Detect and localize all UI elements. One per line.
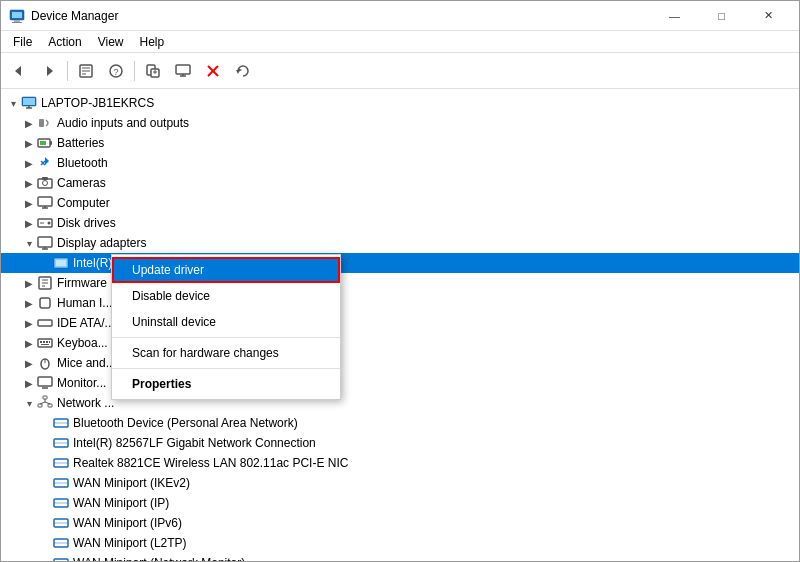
delete-button[interactable] <box>199 57 227 85</box>
update-button[interactable]: ? <box>102 57 130 85</box>
maximize-button[interactable]: □ <box>699 1 744 31</box>
tree-batteries[interactable]: ▶ Batteries <box>1 133 799 153</box>
ctx-scan-changes[interactable]: Scan for hardware changes <box>112 340 340 366</box>
svg-line-65 <box>40 402 45 404</box>
expand-root-arrow[interactable]: ▾ <box>5 95 21 111</box>
tree-wan-ip[interactable]: WAN Miniport (IP) <box>1 493 799 513</box>
computer-icon <box>175 63 191 79</box>
ctx-separator-2 <box>112 368 340 369</box>
batteries-icon <box>37 135 53 151</box>
expand-firmware-arrow[interactable]: ▶ <box>21 275 37 291</box>
expand-network-arrow[interactable]: ▾ <box>21 395 37 411</box>
menu-help[interactable]: Help <box>132 33 173 51</box>
expand-display-arrow[interactable]: ▾ <box>21 235 37 251</box>
expand-audio-arrow[interactable]: ▶ <box>21 115 37 131</box>
tree-root[interactable]: ▾ LAPTOP-JB1EKRCS <box>1 93 799 113</box>
expand-diskdrives-arrow[interactable]: ▶ <box>21 215 37 231</box>
tree-audio[interactable]: ▶ Audio inputs and outputs <box>1 113 799 133</box>
svg-marker-4 <box>15 66 21 76</box>
toolbar-separator-1 <box>67 61 68 81</box>
cameras-icon <box>37 175 53 191</box>
expand-gpu-arrow[interactable] <box>37 255 53 271</box>
intel-net-icon <box>53 435 69 451</box>
tree-intel-net[interactable]: Intel(R) 82567LF Gigabit Network Connect… <box>1 433 799 453</box>
bluetooth-icon <box>37 155 53 171</box>
tree-wan-ipv6[interactable]: WAN Miniport (IPv6) <box>1 513 799 533</box>
expand-keyboard-arrow[interactable]: ▶ <box>21 335 37 351</box>
ctx-uninstall-label: Uninstall device <box>132 315 216 329</box>
menu-action[interactable]: Action <box>40 33 89 51</box>
bluetooth-label: Bluetooth <box>57 156 108 170</box>
svg-text:?: ? <box>113 67 118 77</box>
svg-rect-59 <box>38 377 52 386</box>
svg-rect-29 <box>50 141 52 145</box>
computer-label: Computer <box>57 196 110 210</box>
diskdrives-label: Disk drives <box>57 216 116 230</box>
wan-netmon-icon <box>53 555 69 561</box>
properties-button[interactable] <box>72 57 100 85</box>
svg-rect-30 <box>40 141 46 145</box>
ide-label: IDE ATA/... <box>57 316 115 330</box>
ctx-properties[interactable]: Properties <box>112 371 340 397</box>
expand-monitors-arrow[interactable]: ▶ <box>21 375 37 391</box>
ctx-scan-label: Scan for hardware changes <box>132 346 279 360</box>
computer-button[interactable] <box>169 57 197 85</box>
expand-cameras-arrow[interactable]: ▶ <box>21 175 37 191</box>
wan-ipv6-icon <box>53 515 69 531</box>
title-bar-left: Device Manager <box>9 8 118 24</box>
svg-rect-2 <box>14 20 20 22</box>
audio-icon <box>37 115 53 131</box>
wan-ipv6-spacer <box>37 515 53 531</box>
window-title: Device Manager <box>31 9 118 23</box>
back-button[interactable] <box>5 57 33 85</box>
keyboard-label: Keyboa... <box>57 336 108 350</box>
svg-rect-62 <box>38 404 42 407</box>
refresh-button[interactable] <box>229 57 257 85</box>
menu-view[interactable]: View <box>90 33 132 51</box>
wan-ipv6-label: WAN Miniport (IPv6) <box>73 516 182 530</box>
wan-l2tp-label: WAN Miniport (L2TP) <box>73 536 187 550</box>
tree-cameras[interactable]: ▶ Cameras <box>1 173 799 193</box>
expand-computer-arrow[interactable]: ▶ <box>21 195 37 211</box>
monitors-label: Monitor... <box>57 376 106 390</box>
hid-label: Human I... <box>57 296 112 310</box>
svg-rect-54 <box>46 341 48 343</box>
tree-realtek-net[interactable]: Realtek 8821CE Wireless LAN 802.11ac PCI… <box>1 453 799 473</box>
tree-wan-ikev2[interactable]: WAN Miniport (IKEv2) <box>1 473 799 493</box>
network-label: Network ... <box>57 396 114 410</box>
ctx-disable-label: Disable device <box>132 289 210 303</box>
tree-bt-net[interactable]: Bluetooth Device (Personal Area Network) <box>1 413 799 433</box>
svg-rect-3 <box>12 22 22 23</box>
scan-button[interactable] <box>139 57 167 85</box>
tree-display[interactable]: ▾ Display adapters <box>1 233 799 253</box>
tree-wan-netmon[interactable]: WAN Miniport (Network Monitor) <box>1 553 799 561</box>
wan-netmon-label: WAN Miniport (Network Monitor) <box>73 556 245 561</box>
tree-wan-l2tp[interactable]: WAN Miniport (L2TP) <box>1 533 799 553</box>
expand-ide-arrow[interactable]: ▶ <box>21 315 37 331</box>
expand-hid-arrow[interactable]: ▶ <box>21 295 37 311</box>
menu-bar: File Action View Help <box>1 31 799 53</box>
wan-ip-spacer <box>37 495 53 511</box>
wan-netmon-spacer <box>37 555 53 561</box>
ctx-uninstall-device[interactable]: Uninstall device <box>112 309 340 335</box>
svg-rect-34 <box>38 197 52 206</box>
forward-button[interactable] <box>35 57 63 85</box>
ctx-disable-device[interactable]: Disable device <box>112 283 340 309</box>
wan-l2tp-spacer <box>37 535 53 551</box>
realtek-spacer <box>37 455 53 471</box>
expand-bluetooth-arrow[interactable]: ▶ <box>21 155 37 171</box>
expand-batteries-arrow[interactable]: ▶ <box>21 135 37 151</box>
minimize-button[interactable]: — <box>652 1 697 31</box>
expand-mice-arrow[interactable]: ▶ <box>21 355 37 371</box>
close-button[interactable]: ✕ <box>746 1 791 31</box>
ctx-properties-label: Properties <box>132 377 191 391</box>
root-label: LAPTOP-JB1EKRCS <box>41 96 154 110</box>
svg-marker-22 <box>236 70 240 74</box>
tree-diskdrives[interactable]: ▶ Disk drives <box>1 213 799 233</box>
content-area: ▾ LAPTOP-JB1EKRCS ▶ <box>1 89 799 561</box>
tree-bluetooth[interactable]: ▶ Bluetooth <box>1 153 799 173</box>
ctx-update-driver[interactable]: Update driver <box>112 257 340 283</box>
menu-file[interactable]: File <box>5 33 40 51</box>
tree-computer[interactable]: ▶ Computer <box>1 193 799 213</box>
properties-icon <box>78 63 94 79</box>
